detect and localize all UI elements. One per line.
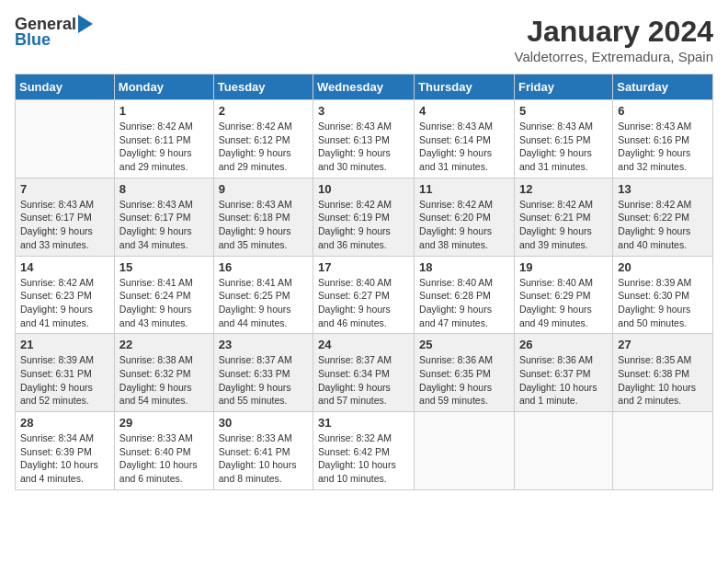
week-row-2: 7Sunrise: 8:43 AMSunset: 6:17 PMDaylight… [16,178,713,256]
calendar-cell: 15Sunrise: 8:41 AMSunset: 6:24 PMDayligh… [114,256,213,334]
week-row-5: 28Sunrise: 8:34 AMSunset: 6:39 PMDayligh… [16,412,713,490]
day-info: Sunrise: 8:43 AMSunset: 6:18 PMDaylight:… [219,198,308,252]
calendar-cell: 19Sunrise: 8:40 AMSunset: 6:29 PMDayligh… [514,256,612,334]
col-header-wednesday: Wednesday [313,75,415,100]
day-number: 11 [419,182,509,196]
day-number: 24 [318,338,409,351]
day-number: 13 [618,182,708,196]
day-info: Sunrise: 8:42 AMSunset: 6:21 PMDaylight:… [519,198,608,252]
day-number: 19 [519,260,608,274]
page-header: General Blue January 2024 Valdetorres, E… [15,15,713,64]
day-number: 16 [219,260,308,274]
day-number: 3 [318,104,409,118]
calendar-cell: 6Sunrise: 8:43 AMSunset: 6:16 PMDaylight… [613,100,713,178]
header-row: SundayMondayTuesdayWednesdayThursdayFrid… [16,75,713,100]
calendar-cell: 27Sunrise: 8:35 AMSunset: 6:38 PMDayligh… [613,334,713,412]
day-number: 8 [119,182,209,196]
logo-arrow-icon [78,15,93,33]
col-header-monday: Monday [114,75,213,100]
day-number: 6 [618,104,708,118]
day-info: Sunrise: 8:43 AMSunset: 6:17 PMDaylight:… [20,198,109,252]
calendar-title: January 2024 [515,15,714,49]
day-info: Sunrise: 8:41 AMSunset: 6:24 PMDaylight:… [119,276,209,330]
col-header-thursday: Thursday [415,75,515,100]
day-number: 12 [519,182,608,196]
day-number: 30 [219,416,308,430]
calendar-cell: 16Sunrise: 8:41 AMSunset: 6:25 PMDayligh… [213,256,313,334]
calendar-cell: 14Sunrise: 8:42 AMSunset: 6:23 PMDayligh… [16,256,115,334]
logo: General Blue [15,15,93,50]
calendar-cell: 13Sunrise: 8:42 AMSunset: 6:22 PMDayligh… [613,178,713,256]
calendar-cell: 28Sunrise: 8:34 AMSunset: 6:39 PMDayligh… [16,412,115,490]
day-number: 28 [20,416,109,430]
calendar-cell [16,100,115,178]
day-info: Sunrise: 8:42 AMSunset: 6:19 PMDaylight:… [318,198,409,252]
day-info: Sunrise: 8:36 AMSunset: 6:35 PMDaylight:… [419,353,509,408]
day-info: Sunrise: 8:42 AMSunset: 6:22 PMDaylight:… [618,198,708,252]
day-number: 2 [219,104,308,118]
day-number: 23 [219,338,308,351]
day-number: 27 [618,338,708,351]
day-info: Sunrise: 8:32 AMSunset: 6:42 PMDaylight:… [318,431,409,486]
calendar-cell: 5Sunrise: 8:43 AMSunset: 6:15 PMDaylight… [514,100,612,178]
calendar-cell: 26Sunrise: 8:36 AMSunset: 6:37 PMDayligh… [514,334,612,412]
week-row-1: 1Sunrise: 8:42 AMSunset: 6:11 PMDaylight… [16,100,713,178]
col-header-saturday: Saturday [613,75,713,100]
calendar-cell [415,412,515,490]
day-info: Sunrise: 8:36 AMSunset: 6:37 PMDaylight:… [519,353,608,408]
day-info: Sunrise: 8:42 AMSunset: 6:20 PMDaylight:… [419,198,509,252]
calendar-cell: 29Sunrise: 8:33 AMSunset: 6:40 PMDayligh… [114,412,213,490]
day-number: 20 [618,260,708,274]
calendar-cell [514,412,612,490]
day-info: Sunrise: 8:40 AMSunset: 6:27 PMDaylight:… [318,276,409,330]
calendar-cell: 17Sunrise: 8:40 AMSunset: 6:27 PMDayligh… [313,256,415,334]
day-info: Sunrise: 8:33 AMSunset: 6:41 PMDaylight:… [219,431,308,486]
calendar-cell: 4Sunrise: 8:43 AMSunset: 6:14 PMDaylight… [415,100,515,178]
calendar-cell: 10Sunrise: 8:42 AMSunset: 6:19 PMDayligh… [313,178,415,256]
day-info: Sunrise: 8:33 AMSunset: 6:40 PMDaylight:… [119,431,209,486]
day-number: 29 [119,416,209,430]
day-number: 15 [119,260,209,274]
calendar-cell: 23Sunrise: 8:37 AMSunset: 6:33 PMDayligh… [213,334,313,412]
day-info: Sunrise: 8:43 AMSunset: 6:14 PMDaylight:… [419,120,509,174]
day-number: 22 [119,338,209,351]
calendar-cell: 7Sunrise: 8:43 AMSunset: 6:17 PMDaylight… [16,178,115,256]
day-info: Sunrise: 8:42 AMSunset: 6:12 PMDaylight:… [219,120,308,174]
calendar-table: SundayMondayTuesdayWednesdayThursdayFrid… [15,74,713,490]
calendar-cell: 18Sunrise: 8:40 AMSunset: 6:28 PMDayligh… [415,256,515,334]
col-header-sunday: Sunday [16,75,115,100]
day-info: Sunrise: 8:40 AMSunset: 6:28 PMDaylight:… [419,276,509,330]
day-number: 21 [20,338,109,351]
calendar-cell: 21Sunrise: 8:39 AMSunset: 6:31 PMDayligh… [16,334,115,412]
calendar-cell: 25Sunrise: 8:36 AMSunset: 6:35 PMDayligh… [415,334,515,412]
day-number: 31 [318,416,409,430]
day-number: 18 [419,260,509,274]
col-header-tuesday: Tuesday [213,75,313,100]
day-info: Sunrise: 8:42 AMSunset: 6:11 PMDaylight:… [119,120,209,174]
day-info: Sunrise: 8:41 AMSunset: 6:25 PMDaylight:… [219,276,308,330]
day-info: Sunrise: 8:35 AMSunset: 6:38 PMDaylight:… [618,353,708,408]
week-row-3: 14Sunrise: 8:42 AMSunset: 6:23 PMDayligh… [16,256,713,334]
day-info: Sunrise: 8:43 AMSunset: 6:15 PMDaylight:… [519,120,608,174]
day-number: 17 [318,260,409,274]
day-number: 14 [20,260,109,274]
week-row-4: 21Sunrise: 8:39 AMSunset: 6:31 PMDayligh… [16,334,713,412]
day-number: 1 [119,104,209,118]
title-area: January 2024 Valdetorres, Extremadura, S… [515,15,714,64]
day-info: Sunrise: 8:43 AMSunset: 6:17 PMDaylight:… [119,198,209,252]
day-number: 26 [519,338,608,351]
col-header-friday: Friday [514,75,612,100]
day-info: Sunrise: 8:34 AMSunset: 6:39 PMDaylight:… [20,431,109,486]
day-info: Sunrise: 8:39 AMSunset: 6:30 PMDaylight:… [618,276,708,330]
calendar-cell: 2Sunrise: 8:42 AMSunset: 6:12 PMDaylight… [213,100,313,178]
day-info: Sunrise: 8:40 AMSunset: 6:29 PMDaylight:… [519,276,608,330]
day-number: 10 [318,182,409,196]
day-number: 9 [219,182,308,196]
day-number: 5 [519,104,608,118]
day-info: Sunrise: 8:37 AMSunset: 6:33 PMDaylight:… [219,353,308,408]
calendar-cell: 8Sunrise: 8:43 AMSunset: 6:17 PMDaylight… [114,178,213,256]
calendar-cell: 1Sunrise: 8:42 AMSunset: 6:11 PMDaylight… [114,100,213,178]
day-info: Sunrise: 8:42 AMSunset: 6:23 PMDaylight:… [20,276,109,330]
day-info: Sunrise: 8:37 AMSunset: 6:34 PMDaylight:… [318,353,409,408]
calendar-cell: 11Sunrise: 8:42 AMSunset: 6:20 PMDayligh… [415,178,515,256]
